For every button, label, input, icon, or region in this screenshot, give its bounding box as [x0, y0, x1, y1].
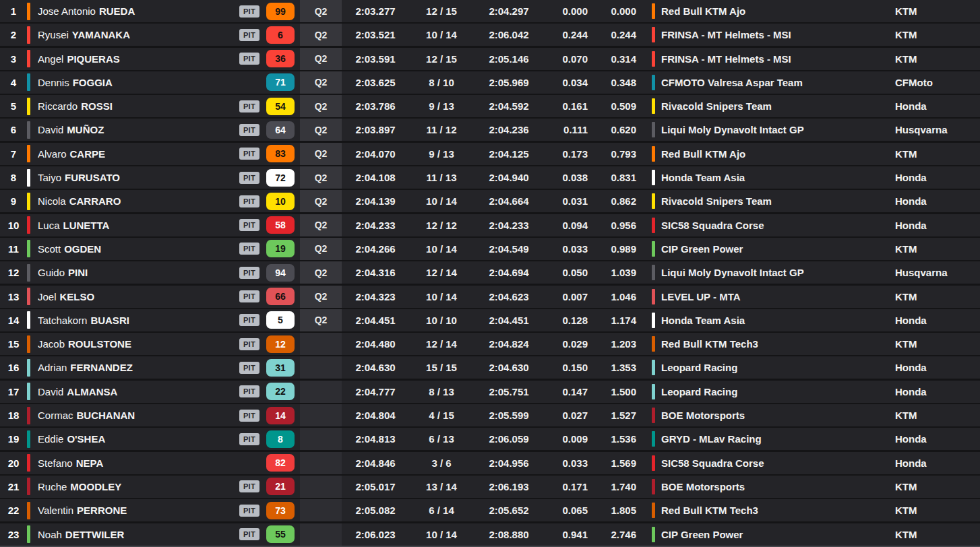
pit-cell: PIT: [238, 119, 261, 141]
table-row[interactable]: 4 Dennis FOGGIA PIT 71 Q2 2:03.625 8 / 1…: [0, 71, 980, 94]
rider-name[interactable]: Ruche MOODLEY: [38, 481, 238, 492]
table-row[interactable]: 13 Joel KELSO PIT 66 Q2 2:04.323 10 / 14…: [0, 286, 980, 308]
table-row[interactable]: 18 Cormac BUCHANAN PIT 14 2:04.804 4 / 1…: [0, 404, 980, 426]
rider-number-badge: 31: [266, 359, 295, 377]
last-lap-time: 2:04.940: [474, 172, 544, 183]
table-row[interactable]: 8 Taiyo FURUSATO PIT 72 Q2 2:04.108 11 /…: [0, 166, 980, 189]
rider-color-bar: [27, 454, 30, 472]
rider-number-cell: 94: [261, 261, 300, 284]
rider-name[interactable]: Nicola CARRARO: [38, 195, 238, 207]
rider-name[interactable]: Taiyo FURUSATO: [38, 172, 238, 183]
pit-badge: PIT: [239, 362, 259, 374]
gap-to-previous: 0.027: [544, 410, 603, 421]
best-lap-time: 2:03.521: [342, 29, 409, 40]
table-row[interactable]: 2 Ryusei YAMANAKA PIT 6 Q2 2:03.521 10 /…: [0, 24, 980, 46]
rider-name[interactable]: Riccardo ROSSI: [38, 100, 238, 112]
last-lap-time: 2:08.880: [474, 529, 544, 540]
gap-to-first: 1.527: [603, 410, 652, 421]
table-row[interactable]: 23 Noah DETTWILER PIT 55 2:06.023 10 / 1…: [0, 523, 980, 546]
table-row[interactable]: 20 Stefano NEPA PIT 82 2:04.846 3 / 6 2:…: [0, 452, 980, 474]
rider-name[interactable]: Jacob ROULSTONE: [38, 338, 238, 350]
pit-badge: PIT: [239, 290, 259, 302]
gap-to-first: 1.740: [603, 481, 652, 492]
rider-name[interactable]: Eddie O'SHEA: [38, 433, 238, 445]
table-row[interactable]: 16 Adrian FERNANDEZ PIT 31 2:04.630 15 /…: [0, 356, 980, 379]
rider-name[interactable]: Jose Antonio RUEDA: [38, 5, 238, 17]
table-row[interactable]: 19 Eddie O'SHEA PIT 8 2:04.813 6 / 13 2:…: [0, 428, 980, 450]
table-row[interactable]: 5 Riccardo ROSSI PIT 54 Q2 2:03.786 9 / …: [0, 95, 980, 117]
rider-name[interactable]: Tatchakorn BUASRI: [38, 315, 238, 326]
rider-name[interactable]: Stefano NEPA: [38, 457, 238, 469]
pit-badge: PIT: [239, 53, 259, 65]
rider-number-badge: 6: [266, 26, 295, 44]
rider-number-badge: 21: [266, 478, 295, 495]
team-color-bar-cell: [652, 119, 661, 141]
pit-cell: PIT: [238, 499, 261, 521]
rider-name[interactable]: Angel PIQUERAS: [38, 53, 238, 65]
rider-number-badge: 22: [266, 383, 295, 400]
rider-name[interactable]: Valentin PERRONE: [38, 505, 238, 516]
rider-name[interactable]: Adrian FERNANDEZ: [38, 362, 238, 373]
table-row[interactable]: 14 Tatchakorn BUASRI PIT 5 Q2 2:04.451 1…: [0, 309, 980, 331]
position-number: 21: [0, 481, 27, 492]
gap-to-first: 1.536: [603, 433, 652, 445]
rider-color-bar-cell: [27, 356, 38, 379]
table-row[interactable]: 9 Nicola CARRARO PIT 10 Q2 2:04.139 10 /…: [0, 190, 980, 212]
position-number: 9: [0, 195, 27, 207]
rider-name[interactable]: Luca LUNETTA: [38, 220, 238, 231]
table-row[interactable]: 15 Jacob ROULSTONE PIT 12 2:04.480 12 / …: [0, 333, 980, 355]
pit-badge: PIT: [239, 433, 259, 445]
team-name: Liqui Moly Dynavolt Intact GP: [661, 267, 895, 278]
lap-count: 9 / 13: [409, 148, 474, 160]
team-name: CIP Green Power: [661, 243, 895, 255]
rider-first-name: Guido: [38, 267, 65, 278]
table-row[interactable]: 1 Jose Antonio RUEDA PIT 99 Q2 2:03.277 …: [0, 0, 980, 22]
table-row[interactable]: 22 Valentin PERRONE PIT 73 2:05.082 6 / …: [0, 499, 980, 521]
rider-name[interactable]: Ryusei YAMANAKA: [38, 29, 238, 40]
table-row[interactable]: 11 Scott OGDEN PIT 19 Q2 2:04.266 10 / 1…: [0, 238, 980, 260]
team-name: BOE Motorsports: [661, 410, 895, 421]
rider-name[interactable]: Cormac BUCHANAN: [38, 410, 238, 421]
rider-name[interactable]: Scott OGDEN: [38, 243, 238, 255]
rider-number-cell: 10: [261, 190, 300, 212]
rider-name[interactable]: Noah DETTWILER: [38, 529, 238, 540]
pit-cell: PIT: [238, 523, 261, 546]
rider-number-cell: 6: [261, 24, 300, 46]
lap-count: 3 / 6: [409, 457, 474, 469]
rider-name[interactable]: David MUÑOZ: [38, 124, 238, 135]
table-row[interactable]: 3 Angel PIQUERAS PIT 36 Q2 2:03.591 12 /…: [0, 48, 980, 70]
session-cell: Q2: [300, 214, 342, 236]
table-row[interactable]: 12 Guido PINI PIT 94 Q2 2:04.316 12 / 14…: [0, 261, 980, 284]
table-row[interactable]: 10 Luca LUNETTA PIT 58 Q2 2:04.233 12 / …: [0, 214, 980, 236]
rider-name[interactable]: David ALMANSA: [38, 386, 238, 397]
position-number: 8: [0, 172, 27, 183]
session-cell: Q2: [300, 119, 342, 141]
table-row[interactable]: 7 Alvaro CARPE PIT 83 Q2 2:04.070 9 / 13…: [0, 143, 980, 165]
session-cell: Q2: [300, 0, 342, 22]
rider-name[interactable]: Guido PINI: [38, 267, 238, 278]
last-lap-time: 2:04.125: [474, 148, 544, 160]
lap-count: 12 / 14: [409, 338, 474, 350]
rider-color-bar-cell: [27, 428, 38, 450]
position-number: 22: [0, 505, 27, 516]
last-lap-time: 2:06.193: [474, 481, 544, 492]
pit-cell: PIT: [238, 24, 261, 46]
table-row[interactable]: 6 David MUÑOZ PIT 64 Q2 2:03.897 11 / 12…: [0, 119, 980, 141]
rider-first-name: Cormac: [38, 410, 73, 421]
rider-first-name: Valentin: [38, 505, 73, 516]
rider-number-badge: 73: [266, 502, 295, 519]
rider-color-bar: [27, 240, 30, 257]
table-row[interactable]: 21 Ruche MOODLEY PIT 21 2:05.017 13 / 14…: [0, 476, 980, 498]
rider-color-bar: [27, 98, 30, 115]
rider-number-cell: 66: [261, 286, 300, 308]
manufacturer: KTM: [895, 291, 980, 302]
session-cell: Q2: [300, 95, 342, 117]
gap-to-first: 1.569: [603, 457, 652, 469]
manufacturer: Husqvarna: [895, 267, 980, 278]
table-row[interactable]: 17 David ALMANSA PIT 22 2:04.777 8 / 13 …: [0, 381, 980, 403]
rider-name[interactable]: Dennis FOGGIA: [38, 77, 238, 88]
rider-name[interactable]: Joel KELSO: [38, 291, 238, 302]
manufacturer: KTM: [895, 481, 980, 492]
rider-name[interactable]: Alvaro CARPE: [38, 148, 238, 160]
position-number: 10: [0, 220, 27, 231]
